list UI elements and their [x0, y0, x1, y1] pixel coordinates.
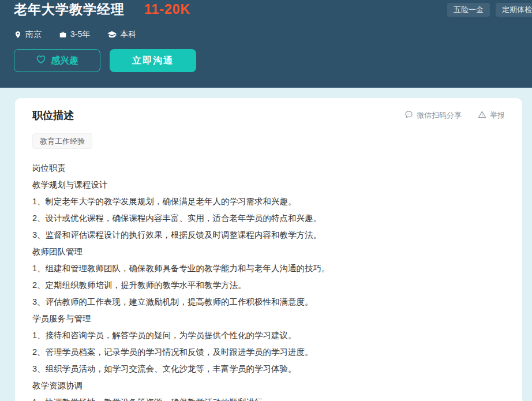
card-actions: 微信扫码分享 举报 — [404, 110, 505, 121]
description-line: 1、协调教学场地、教学设备等资源，确保教学活动的顺利进行。 — [32, 394, 505, 401]
job-meta-row: 南京 3-5年 本科 — [0, 18, 532, 40]
job-title: 老年大学教学经理 — [14, 1, 125, 18]
graduation-cap-icon — [107, 31, 117, 39]
description-line: 教师团队管理 — [32, 243, 505, 260]
meta-experience-label: 3-5年 — [70, 29, 90, 40]
description-line: 2、设计或优化课程，确保课程内容丰富、实用，适合老年学员的特点和兴趣。 — [32, 210, 505, 227]
location-pin-icon — [14, 31, 22, 39]
description-line: 岗位职责 — [32, 160, 505, 177]
description-line: 1、组建和管理教师团队，确保教师具备专业的教学能力和与老年人沟通的技巧。 — [32, 260, 505, 277]
description-line: 3、组织学员活动，如学习交流会、文化沙龙等，丰富学员的学习体验。 — [32, 361, 505, 377]
job-header: 老年大学教学经理 11-20K 五险一金 定期体检 南京 3-5年 — [0, 0, 532, 88]
meta-location-label: 南京 — [25, 29, 42, 40]
description-line: 3、监督和评估课程设计的执行效果，根据反馈及时调整课程内容和教学方法。 — [32, 227, 505, 243]
keyword-tag: 教育工作经验 — [32, 133, 92, 149]
description-line: 1、制定老年大学的教学发展规划，确保满足老年人的学习需求和兴趣。 — [32, 193, 505, 210]
chat-now-button[interactable]: 立即沟通 — [110, 49, 196, 72]
wechat-share-label: 微信扫码分享 — [417, 110, 462, 121]
interested-button-label: 感兴趣 — [51, 55, 78, 67]
benefit-tag: 定期体检 — [496, 3, 532, 17]
description-line: 2、管理学员档案，记录学员的学习情况和反馈，及时跟进学员的学习进度。 — [32, 344, 505, 361]
chat-now-button-label: 立即沟通 — [132, 55, 174, 67]
meta-experience: 3-5年 — [59, 29, 90, 40]
job-detail-page: 老年大学教学经理 11-20K 五险一金 定期体检 南京 3-5年 — [0, 0, 532, 401]
benefit-tags: 五险一金 定期体检 — [447, 3, 532, 17]
section-title: 职位描述 — [32, 108, 74, 122]
job-description-card: 职位描述 微信扫码分享 举报 教育工作经验 岗位职责 — [15, 98, 522, 401]
description-line: 学员服务与管理 — [32, 310, 505, 327]
card-head: 职位描述 微信扫码分享 举报 — [32, 108, 505, 122]
heart-icon — [36, 55, 46, 66]
description-line: 教学资源协调 — [32, 377, 505, 394]
meta-education-label: 本科 — [120, 29, 136, 40]
warning-triangle-icon — [478, 110, 486, 121]
job-salary: 11-20K — [144, 2, 190, 17]
meta-location: 南京 — [14, 29, 42, 40]
job-description-text: 岗位职责 教学规划与课程设计 1、制定老年大学的教学发展规划，确保满足老年人的学… — [32, 160, 505, 401]
description-line: 3、评估教师的工作表现，建立激励机制，提高教师的工作积极性和满意度。 — [32, 294, 505, 310]
benefit-tag: 五险一金 — [447, 3, 490, 17]
interested-button[interactable]: 感兴趣 — [14, 49, 100, 72]
action-buttons: 感兴趣 立即沟通 — [0, 40, 532, 72]
wechat-share-link[interactable]: 微信扫码分享 — [404, 110, 462, 121]
meta-education: 本科 — [107, 29, 136, 40]
report-label: 举报 — [490, 110, 505, 121]
description-line: 教学规划与课程设计 — [32, 177, 505, 193]
report-link[interactable]: 举报 — [478, 110, 505, 121]
description-line: 2、定期组织教师培训，提升教师的教学水平和教学方法。 — [32, 277, 505, 294]
keyword-tags: 教育工作经验 — [32, 133, 505, 149]
chat-bubble-icon — [404, 110, 413, 121]
briefcase-icon — [59, 31, 67, 39]
description-line: 1、接待和咨询学员，解答学员的疑问，为学员提供个性化的学习建议。 — [32, 327, 505, 344]
